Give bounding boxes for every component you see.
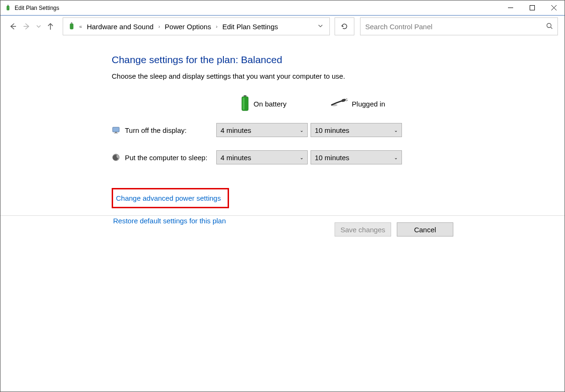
window-title: Edit Plan Settings [15, 5, 59, 11]
up-button[interactable] [45, 21, 56, 32]
svg-point-11 [547, 23, 551, 27]
power-options-icon [67, 22, 76, 31]
maximize-button[interactable] [521, 1, 543, 15]
button-bar: Save changes Cancel [0, 215, 565, 237]
chevron-down-icon: ⌄ [300, 128, 303, 133]
plugged-column-label: Plugged in [352, 100, 385, 108]
svg-rect-21 [113, 127, 119, 132]
titlebar: Edit Plan Settings [0, 0, 565, 16]
sleep-plugged-dropdown[interactable]: 10 minutes ⌄ [311, 150, 402, 164]
save-button[interactable]: Save changes [335, 222, 391, 237]
advanced-settings-link[interactable]: Change advanced power settings [116, 194, 221, 202]
main-content: Change settings for the plan: Balanced C… [0, 37, 565, 225]
svg-rect-23 [114, 133, 118, 133]
sleep-battery-dropdown[interactable]: 4 minutes ⌄ [216, 150, 308, 164]
highlight-box: Change advanced power settings [112, 188, 229, 208]
chevron-down-icon: ⌄ [394, 128, 398, 133]
dropdown-value: 10 minutes [315, 126, 349, 134]
breadcrumb-overflow-icon[interactable]: « [78, 24, 83, 29]
toolbar: « Hardware and Sound › Power Options › E… [0, 16, 565, 37]
chevron-down-icon: ⌄ [394, 155, 398, 160]
breadcrumb-item[interactable]: Edit Plan Settings [219, 20, 282, 33]
svg-rect-10 [71, 22, 73, 24]
dropdown-value: 4 minutes [221, 154, 251, 162]
chevron-down-icon: ⌄ [300, 155, 303, 160]
setting-label: Put the computer to sleep: [125, 154, 207, 162]
svg-rect-9 [70, 24, 74, 30]
display-battery-dropdown[interactable]: 4 minutes ⌄ [216, 123, 308, 137]
close-button[interactable] [543, 1, 565, 15]
search-box[interactable] [360, 17, 558, 35]
display-plugged-dropdown[interactable]: 10 minutes ⌄ [311, 123, 402, 137]
svg-line-12 [551, 27, 553, 29]
page-title: Change settings for the plan: Balanced [112, 54, 565, 65]
svg-rect-3 [530, 6, 534, 10]
address-bar[interactable]: « Hardware and Sound › Power Options › E… [63, 17, 330, 35]
battery-icon [240, 95, 250, 113]
search-icon[interactable] [546, 23, 553, 31]
chevron-right-icon: › [157, 24, 161, 29]
cancel-button[interactable]: Cancel [397, 222, 453, 237]
back-button[interactable] [7, 21, 18, 32]
svg-line-19 [345, 99, 347, 100]
chevron-right-icon: › [215, 24, 219, 29]
search-input[interactable] [365, 23, 546, 31]
window-controls [499, 1, 565, 15]
dropdown-value: 4 minutes [221, 126, 251, 134]
setting-label: Turn off the display: [125, 126, 187, 134]
display-icon [112, 126, 120, 134]
battery-column-label: On battery [254, 100, 287, 108]
minimize-button[interactable] [499, 1, 521, 15]
power-options-icon [4, 4, 12, 12]
page-description: Choose the sleep and display settings th… [112, 72, 565, 80]
svg-line-20 [346, 100, 348, 101]
breadcrumb-item[interactable]: Power Options [161, 20, 215, 33]
svg-rect-13 [244, 95, 246, 97]
settings-table: On battery Plugged in [112, 91, 405, 171]
breadcrumb-item[interactable]: Hardware and Sound [83, 20, 157, 33]
address-dropdown[interactable] [313, 23, 328, 30]
dropdown-value: 10 minutes [315, 154, 349, 162]
sleep-icon [112, 153, 120, 162]
forward-button[interactable] [21, 21, 33, 32]
refresh-button[interactable] [335, 17, 354, 35]
svg-rect-16 [243, 98, 245, 110]
plug-icon [330, 98, 348, 109]
recent-dropdown[interactable] [35, 21, 42, 32]
svg-rect-1 [8, 5, 8, 6]
svg-rect-22 [115, 132, 117, 133]
